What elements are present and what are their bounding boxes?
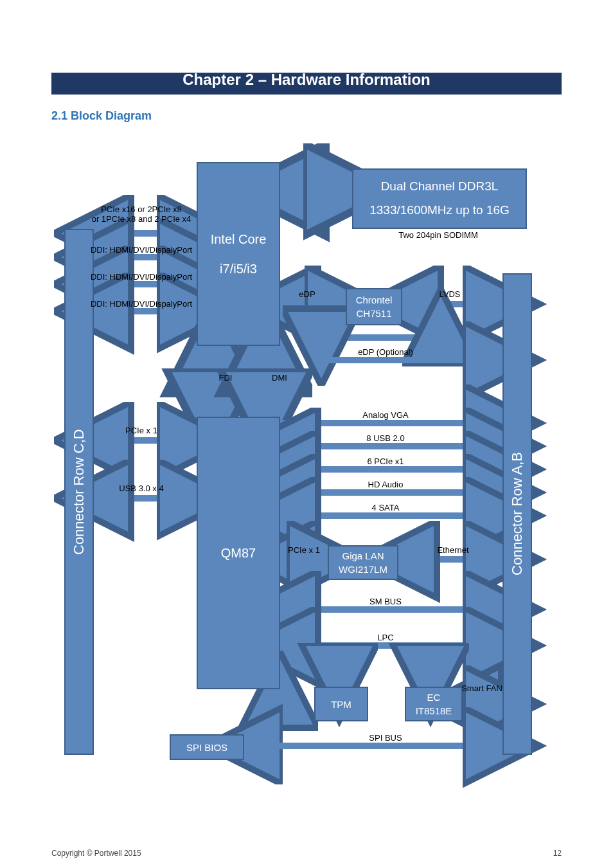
spi-bios-block: SPI BIOS xyxy=(170,734,244,760)
lan-line1: Giga LAN xyxy=(342,549,384,563)
label-edp-optional: eDP (Optional) xyxy=(334,347,437,357)
mem-line2: 1333/1600MHz up to 16G xyxy=(369,202,510,219)
chrontel-line2: CH7511 xyxy=(356,307,391,320)
page-footer-left: Copyright © Portwell 2015 xyxy=(51,849,141,858)
connector-row-ab: Connector Row A,B xyxy=(502,273,532,755)
cpu-line1: Intel Core xyxy=(211,230,267,248)
mem-line1: Dual Channel DDR3L xyxy=(381,178,499,195)
label-pcie-x1-left: PCIe x 1 xyxy=(103,426,180,435)
chrontel-line1: Chrontel xyxy=(356,293,393,307)
label-sodimm: Two 204pin SODIMM xyxy=(352,230,524,240)
label-lpc: LPC xyxy=(302,633,469,642)
page: Chapter 2 – Hardware Information 2.1 Blo… xyxy=(0,0,613,868)
pcie-modes-l2: or 1PCIe x8 and 2 PCIe x4 xyxy=(90,214,193,224)
spi-bios-label: SPI BIOS xyxy=(186,741,227,754)
tpm-block: TPM xyxy=(314,687,368,721)
label-ethernet: Ethernet xyxy=(424,545,482,555)
ec-line2: IT8518E xyxy=(416,704,452,718)
label-sata: 4 SATA xyxy=(302,503,469,512)
ec-block: EC IT8518E xyxy=(405,687,463,721)
giga-lan-block: Giga LAN WGI217LM xyxy=(328,545,398,580)
tpm-label: TPM xyxy=(331,698,351,711)
memory-block: Dual Channel DDR3L 1333/1600MHz up to 16… xyxy=(352,168,527,229)
label-smbus: SM BUS xyxy=(302,597,469,606)
label-edp: eDP xyxy=(288,289,326,299)
label-smart-fan: Smart FAN xyxy=(456,683,508,693)
label-usb2: 8 USB 2.0 xyxy=(302,433,469,443)
cpu-line2: i7/i5/i3 xyxy=(220,260,257,278)
label-lvds: LVDS xyxy=(424,289,475,299)
chrontel-block: Chrontel CH7511 xyxy=(346,288,402,325)
label-pcie-modes: PCIe x16 or 2PCIe x8 or 1PCIe x8 and 2 P… xyxy=(90,204,193,224)
label-ddi1: DDI: HDMI/DVI/DispalyPort xyxy=(90,245,193,255)
ec-line1: EC xyxy=(427,691,441,704)
connector-row-cd-label: Connector Row C,D xyxy=(69,429,89,555)
cpu-block: Intel Core i7/i5/i3 xyxy=(197,162,280,346)
pch-block: QM87 xyxy=(197,417,280,689)
label-fdi: FDI xyxy=(216,373,235,383)
page-footer-right: 12 xyxy=(553,849,562,858)
label-hdaudio: HD Audio xyxy=(302,480,469,489)
pch-label: QM87 xyxy=(221,544,256,562)
pcie-modes-l1: PCIe x16 or 2PCIe x8 xyxy=(90,204,193,214)
lan-line2: WGI217LM xyxy=(339,563,387,576)
connector-row-ab-label: Connector Row A,B xyxy=(508,453,528,576)
label-spi-bus: SPI BUS xyxy=(302,733,469,743)
label-dmi: DMI xyxy=(270,373,289,383)
label-pcie6: 6 PCIe x1 xyxy=(302,457,469,466)
label-ddi2: DDI: HDMI/DVI/DispalyPort xyxy=(90,272,193,282)
label-usb3: USB 3.0 x 4 xyxy=(103,484,180,493)
label-pcie-x1-right: PCIe x 1 xyxy=(281,545,326,555)
label-analog-vga: Analog VGA xyxy=(302,410,469,420)
label-ddi3: DDI: HDMI/DVI/DispalyPort xyxy=(90,299,193,309)
